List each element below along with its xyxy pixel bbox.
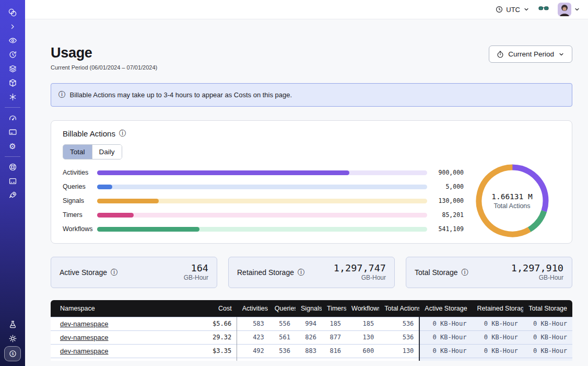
donut-chart <box>475 163 550 238</box>
timezone-label: UTC <box>506 6 520 14</box>
cell-timers: 877 <box>322 330 346 344</box>
timezone-selector[interactable]: UTC <box>496 6 530 14</box>
column-header-timers: Timers <box>322 300 346 317</box>
namespaces-icon[interactable] <box>4 34 21 47</box>
asterisk-icon[interactable] <box>4 90 21 104</box>
history-icon[interactable] <box>4 48 21 61</box>
cell-cost: $5.66 <box>191 317 237 330</box>
page-subtitle: Current Period (06/01/2024 – 07/01/2024) <box>51 64 157 71</box>
info-icon[interactable]: ⓘ <box>119 130 126 137</box>
info-icon[interactable]: ⓘ <box>298 269 305 276</box>
rocket-icon[interactable] <box>4 189 21 202</box>
cell-namespace: dev-namespace <box>51 330 191 344</box>
bar-row-activities: Activities900,000 <box>63 166 464 180</box>
bar-label: Activities <box>63 169 97 176</box>
dollar-badge-icon[interactable]: $ <box>4 346 21 361</box>
cell-activities: 492 <box>237 344 269 358</box>
table-row-partial <box>51 358 572 361</box>
table-row: dev-namespace$3.354925368838166001300 KB… <box>51 344 572 358</box>
cell-cost <box>191 358 237 361</box>
release-notes-icon[interactable] <box>4 175 21 188</box>
layers-icon[interactable] <box>4 62 21 75</box>
info-icon[interactable]: ⓘ <box>462 269 469 276</box>
tab-total[interactable]: Total <box>63 145 92 159</box>
billable-actions-card: Billable Actions ⓘ Total Daily Activitie… <box>51 120 572 244</box>
cell-activities <box>237 358 269 361</box>
active-storage-unit: GB-Hour <box>184 274 208 281</box>
page-title: Usage <box>51 45 157 61</box>
active-storage-card: Active Storage ⓘ 164 GB-Hour <box>51 257 217 288</box>
period-dropdown-button[interactable]: Current Period <box>489 45 572 63</box>
bar-fill <box>97 227 199 232</box>
account-menu[interactable] <box>558 3 580 16</box>
glasses-icon[interactable] <box>538 5 549 14</box>
cell-timers: 185 <box>322 317 346 330</box>
bar-track <box>97 170 427 175</box>
retained-storage-unit: GB-Hour <box>334 274 386 281</box>
billable-chart-row: Activities900,000Queries5,000Signals130,… <box>63 166 560 236</box>
column-header-workflows: Workflows <box>346 300 379 317</box>
cell-total_storage <box>523 358 572 361</box>
retained-storage-label: Retained Storage <box>237 268 294 277</box>
info-banner: ⓘ Billable Actions may take up to 3-4 ho… <box>51 83 572 107</box>
page-header: Usage Current Period (06/01/2024 – 07/01… <box>51 45 572 71</box>
cell-namespace <box>51 358 191 361</box>
sidebar-divider <box>5 107 20 108</box>
lab-flask-icon[interactable] <box>4 318 21 331</box>
column-header-signals: Signals <box>296 300 322 317</box>
bar-label: Workflows <box>63 225 97 233</box>
table-header-row: NamespaceCostActivitiesQueriesSignalsTim… <box>51 300 572 317</box>
temporal-logo-icon[interactable] <box>4 6 21 19</box>
bar-fill <box>97 170 349 175</box>
info-icon[interactable]: ⓘ <box>111 269 118 276</box>
bar-track <box>97 199 427 203</box>
cell-timers <box>322 358 346 361</box>
bar-row-timers: Timers85,201 <box>63 208 464 222</box>
cell-active_storage <box>419 358 472 361</box>
cell-retained_storage: 0 KB-Hour <box>472 317 523 330</box>
cell-timers: 816 <box>322 344 346 358</box>
bar-fill <box>97 185 112 189</box>
namespace-link[interactable]: dev-namespace <box>60 320 109 328</box>
donut-segment-workflows <box>475 163 550 238</box>
total-storage-card: Total Storage ⓘ 1,297,910 GB-Hour <box>406 257 572 288</box>
tab-daily[interactable]: Daily <box>92 145 122 159</box>
retained-storage-card: Retained Storage ⓘ 1,297,747 GB-Hour <box>228 257 395 288</box>
cell-activities: 423 <box>237 330 269 344</box>
support-lifebuoy-icon[interactable] <box>4 161 21 174</box>
cube-icon[interactable] <box>4 76 21 89</box>
collapse-chevron-icon[interactable] <box>4 20 21 33</box>
bar-label: Signals <box>63 197 97 204</box>
cell-signals: 883 <box>296 344 322 358</box>
cell-total_storage: 0 KB-Hour <box>523 344 572 358</box>
bar-value: 900,000 <box>434 169 464 176</box>
chevron-down-icon <box>523 6 530 13</box>
bar-value: 130,000 <box>434 197 464 204</box>
column-header-retained_storage: Retained Storage <box>472 300 523 317</box>
bar-track <box>97 227 427 232</box>
cell-retained_storage: 0 KB-Hour <box>472 344 523 358</box>
bar-label: Queries <box>63 183 97 190</box>
sidebar-divider <box>5 156 20 157</box>
donut-wrap: 1.66131 M Total Actions <box>464 166 560 236</box>
settings-gear-icon[interactable]: ⚙ <box>4 140 21 153</box>
cell-signals <box>296 358 322 361</box>
column-header-active_storage: Active Storage <box>419 300 472 317</box>
bar-track <box>97 185 427 189</box>
usage-gauge-icon[interactable] <box>4 111 21 124</box>
bar-row-signals: Signals130,000 <box>63 194 464 208</box>
theme-sun-icon[interactable] <box>4 332 21 345</box>
namespace-link[interactable]: dev-namespace <box>60 347 109 355</box>
column-header-queries: Queries <box>269 300 296 317</box>
chevron-down-icon <box>558 51 565 58</box>
bar-row-workflows: Workflows541,109 <box>63 222 464 236</box>
billable-bars: Activities900,000Queries5,000Signals130,… <box>63 166 464 236</box>
sidebar-nav: ⚙ $ <box>0 0 25 366</box>
namespace-link[interactable]: dev-namespace <box>60 334 109 341</box>
column-header-namespace: Namespace <box>51 300 191 317</box>
cell-workflows: 130 <box>346 330 379 344</box>
billing-card-icon[interactable] <box>4 125 21 139</box>
cell-workflows <box>346 358 379 361</box>
bar-fill <box>97 213 134 218</box>
cell-total_actions <box>379 358 419 361</box>
